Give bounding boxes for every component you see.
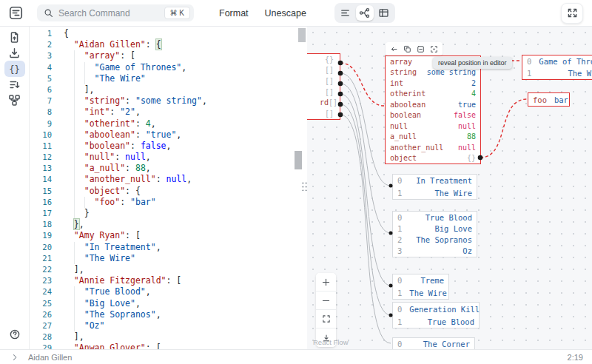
code-line[interactable]: 22 ], [30, 264, 307, 275]
code-line[interactable]: 2 "Aidan Gillen": { [30, 39, 307, 50]
node-row: otherint4 [386, 89, 480, 100]
code-line[interactable]: 1{ [30, 28, 307, 39]
text-view-toggle[interactable] [337, 5, 354, 21]
code-line[interactable]: 11 "boolean": false, [30, 141, 307, 152]
code-line[interactable]: 29 "Anwan Glover": [ [30, 343, 307, 349]
topbar: Search Command ⌘ K Format Unescape [0, 0, 592, 27]
filter-button[interactable] [4, 77, 25, 92]
fullscreen-button[interactable] [561, 3, 583, 24]
code-line[interactable]: 8 "int": "2", [30, 107, 307, 118]
unescape-button[interactable]: Unescape [259, 4, 312, 23]
node-row: 0The Corner [393, 338, 474, 349]
line-number: 7 [30, 95, 52, 107]
graph-node-genkill[interactable]: 0Generation Kill1True Blood [392, 302, 480, 328]
back-button[interactable] [389, 44, 399, 54]
code-line[interactable]: 27 "Oz" [30, 320, 307, 331]
code-line[interactable]: 17 } [30, 208, 307, 219]
code-line[interactable]: 9 "otherint": 4, [30, 118, 307, 129]
graph-node-corner[interactable]: 0The Corner [392, 337, 475, 349]
graph-node-annie[interactable]: 0True Blood1Big Love2The Sopranos3Oz [392, 211, 477, 257]
search-icon [44, 8, 53, 18]
code-line[interactable]: 21 "The Wire" [30, 253, 307, 264]
line-number: 11 [30, 141, 52, 152]
graph-node-root[interactable]: {}[][][]rd[][] [307, 53, 340, 120]
app-logo[interactable] [6, 4, 25, 23]
graph-node-got[interactable]: 0Game of Thrones1The Wire [522, 55, 592, 80]
chevron-right-icon[interactable] [10, 353, 19, 362]
line-number: 12 [30, 152, 52, 163]
line-number: 27 [30, 320, 52, 331]
indent-guide [74, 73, 75, 84]
code-line[interactable]: 28 ], [30, 331, 307, 343]
help-button[interactable] [4, 326, 25, 342]
code-line[interactable]: 18 }, [30, 219, 307, 230]
focus-node-button[interactable] [429, 44, 439, 54]
collapse-node-button[interactable] [416, 44, 426, 54]
code-line[interactable]: 25 "Big Love", [30, 298, 307, 309]
code-line[interactable]: 12 "null": null, [30, 152, 307, 163]
focus-icon [430, 45, 438, 53]
node-row: 0In Treatment [393, 175, 477, 187]
code-line[interactable]: 14 "another_null": null, [30, 174, 307, 185]
indent-guide [74, 118, 75, 129]
fit-view-button[interactable] [316, 310, 336, 328]
code-text: "Oz" [64, 320, 104, 331]
code-line[interactable]: 6 ], [30, 84, 307, 95]
graph-node-aidan[interactable]: arraystringsome stringint2otherint4abool… [385, 55, 481, 164]
code-line[interactable]: 24 "True Blood", [30, 286, 307, 297]
copy-button[interactable] [403, 44, 412, 54]
code-line[interactable]: 26 "The Sopranos", [30, 309, 307, 320]
indent-guide [74, 95, 75, 107]
svg-text:{}: {} [9, 64, 20, 74]
graph-node-treme[interactable]: 0Treme1The Wire [392, 274, 449, 300]
fullscreen-icon [567, 7, 578, 18]
node-row: nullnull [386, 121, 480, 132]
zoom-in-button[interactable] [316, 273, 336, 291]
zoom-out-button[interactable] [316, 291, 336, 310]
indent-guide [84, 62, 85, 73]
code-text: ], [64, 331, 84, 343]
node-row: 1The Wire [522, 67, 592, 79]
graph-view-toggle[interactable] [356, 5, 374, 21]
code-text: "a_null": 88, [64, 163, 151, 174]
code-line[interactable]: 20 "In Treatment", [30, 242, 307, 253]
line-number: 3 [30, 50, 52, 61]
code-line[interactable]: 19 "Amy Ryan": [ [30, 230, 307, 241]
back-icon [390, 45, 398, 53]
node-row: {} [307, 54, 340, 65]
code-line[interactable]: 10 "aboolean": "true", [30, 129, 307, 141]
node-row: [] [307, 65, 340, 76]
graph-node-amy[interactable]: 0In Treatment1The Wire [392, 174, 477, 200]
panel-resize-handle[interactable] [300, 181, 307, 191]
search-command-input[interactable]: Search Command ⌘ K [37, 4, 194, 21]
indent-guide [74, 242, 75, 253]
code-line[interactable]: 13 "a_null": 88, [30, 163, 307, 174]
indent-guide [74, 141, 75, 152]
code-line[interactable]: 3 "array": [ [30, 50, 307, 61]
file-import-button[interactable] [4, 30, 25, 45]
graph-node-foo[interactable]: foobar [528, 92, 570, 107]
code-editor[interactable]: 1{2 "Aidan Gillen": {3 "array": [4 "Game… [30, 27, 307, 349]
format-button[interactable]: Format [213, 4, 255, 23]
graph-canvas[interactable]: {}[][][]rd[][]arraystringsome stringint2… [307, 27, 592, 349]
code-line[interactable]: 4 "Game of Thrones", [30, 62, 307, 73]
hierarchy-button[interactable] [4, 92, 25, 108]
file-import-icon [8, 31, 21, 44]
code-text: "otherint": 4, [64, 118, 156, 129]
json-view-button[interactable]: {} [4, 61, 25, 77]
table-view-toggle[interactable] [375, 5, 393, 21]
code-text: "Game of Thrones", [64, 62, 186, 73]
indent-guide [74, 298, 75, 309]
code-line[interactable]: 7 "string": "some string", [30, 95, 307, 107]
code-line[interactable]: 15 "object": { [30, 186, 307, 197]
download-button[interactable] [4, 45, 25, 61]
code-text: "object": { [64, 186, 141, 197]
line-number: 8 [30, 107, 52, 118]
code-line[interactable]: 23 "Annie Fitzgerald": [ [30, 275, 307, 286]
code-line[interactable]: 16 "foo": "bar" [30, 197, 307, 208]
editor-scrollbar-thumb[interactable] [298, 28, 306, 42]
sidebar: {} [0, 27, 30, 349]
code-line[interactable]: 5 "The Wire" [30, 73, 307, 84]
line-number: 16 [30, 197, 52, 208]
line-number: 17 [30, 208, 52, 219]
